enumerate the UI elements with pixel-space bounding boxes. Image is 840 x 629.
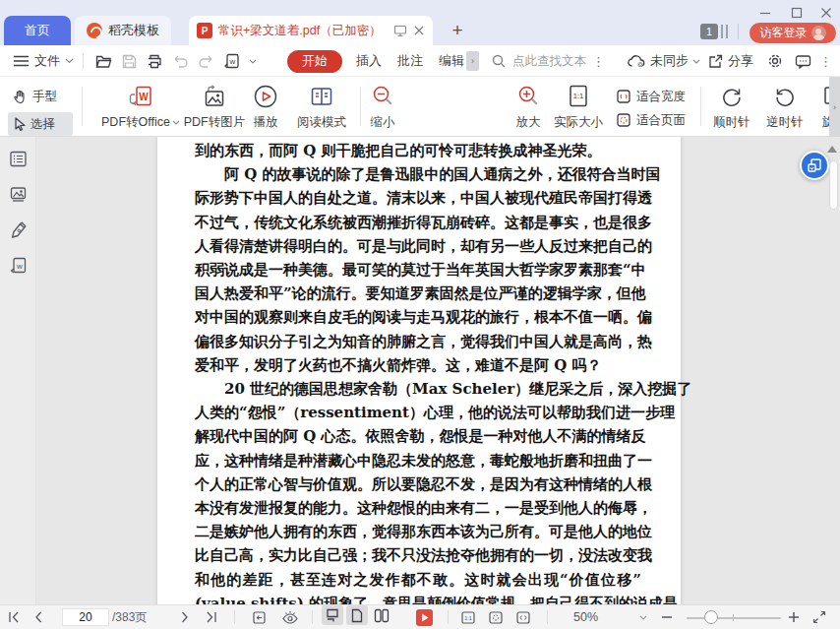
read-mode-button[interactable]: 阅读模式 — [291, 84, 352, 131]
zoom-slider-knob[interactable] — [704, 610, 718, 624]
fit-width-button[interactable]: 适合宽度 — [616, 86, 686, 107]
slideshow-play-button[interactable] — [416, 609, 433, 626]
export-word-panel-icon[interactable]: w — [8, 255, 29, 276]
ribbon-tab-start[interactable]: 开始 — [287, 50, 342, 73]
minimize-button[interactable] — [751, 4, 779, 22]
svg-text:w: w — [229, 57, 236, 66]
guest-login-button[interactable]: 访客登录 — [750, 23, 836, 43]
maximize-button[interactable] — [783, 4, 810, 22]
file-menu[interactable]: 文件 — [34, 45, 60, 77]
actual-size-status-icon[interactable]: 1:1 — [460, 605, 476, 629]
page-number-input[interactable] — [62, 608, 109, 626]
sync-status-label[interactable]: 未同步 — [650, 45, 689, 77]
play-slideshow-button[interactable]: 播放 — [242, 84, 289, 131]
divider — [700, 87, 701, 126]
zoom-out-button[interactable]: 缩小 — [366, 84, 399, 131]
zoom-percentage-label[interactable]: 50% — [573, 605, 598, 629]
tab-docer[interactable]: 稻壳模板 — [75, 16, 171, 45]
view-mode-single-page-icon[interactable] — [346, 605, 368, 625]
share-label[interactable]: 分享 — [728, 45, 753, 77]
fit-width-icon — [616, 89, 631, 104]
divider — [738, 24, 739, 39]
annotation-pen-panel-icon[interactable] — [8, 220, 29, 240]
search-input[interactable]: 点此查找文本 — [512, 45, 586, 77]
ribbon-tab-insert[interactable]: 插入 — [356, 45, 382, 77]
more-options-icon[interactable]: ⋮ — [819, 45, 832, 77]
view-mode-two-page-icon[interactable] — [371, 605, 392, 625]
export-word-icon[interactable]: w — [224, 45, 240, 77]
view-mode-continuous-icon[interactable] — [322, 605, 343, 625]
main-menu-icon[interactable] — [14, 45, 29, 77]
cloud-sync-icon[interactable] — [628, 45, 645, 77]
divider — [234, 610, 235, 624]
redo-icon[interactable] — [199, 45, 213, 77]
document-text-line: 际形势下中国人的自处之道。清末以来，中国人被现代殖民帝国打得透 — [195, 186, 641, 210]
rotate-clockwise-icon — [719, 84, 745, 109]
menu-bar: 文件 w 开始 插入 批注 编辑 › — [0, 45, 840, 77]
fit-width-status-icon[interactable] — [515, 605, 531, 629]
pdf-to-image-icon — [202, 84, 227, 109]
actual-size-button[interactable]: 1:1 实际大小 — [549, 84, 608, 131]
rotate-counterclockwise-button[interactable]: 逆时针 — [759, 84, 810, 131]
zoom-slider-track[interactable] — [687, 617, 781, 619]
comment-bubble-icon[interactable] — [795, 45, 811, 77]
file-menu-caret-icon[interactable] — [65, 45, 74, 77]
play-icon — [421, 613, 429, 622]
window-count-badge[interactable]: 1 — [700, 24, 718, 39]
new-tab-button[interactable]: + — [445, 18, 470, 43]
close-window-button[interactable] — [812, 4, 840, 22]
zoom-in-button[interactable]: 放大 — [511, 84, 545, 131]
fit-page-status-icon[interactable] — [488, 605, 504, 629]
zoom-in-plus-button[interactable] — [788, 605, 800, 629]
settings-gear-icon[interactable] — [767, 45, 783, 77]
export-caret-icon[interactable] — [249, 45, 257, 77]
zoom-out-minus-button[interactable] — [661, 605, 673, 629]
save-icon[interactable] — [122, 45, 137, 77]
undo-icon[interactable] — [173, 45, 188, 77]
document-viewport[interactable]: 到的东西，而阿 Q 则干脆把自己的可怜可悲转换成神圣光荣。阿 Q 的故事说的除了… — [36, 137, 840, 604]
ribbon-tab-annotate[interactable]: 批注 — [397, 45, 423, 77]
svg-text:W: W — [139, 92, 149, 102]
rotate-clockwise-button[interactable]: 顺时针 — [706, 84, 757, 131]
first-page-button[interactable] — [8, 605, 21, 629]
toolbar-expand-button[interactable]: › — [829, 77, 840, 137]
scrollbar-up-arrow[interactable] — [827, 146, 837, 153]
eye-protection-icon[interactable] — [281, 605, 299, 629]
images-panel-icon[interactable] — [8, 184, 29, 205]
thumbnail-panel-icon[interactable] — [8, 149, 29, 169]
scrollbar-thumb[interactable] — [829, 160, 838, 210]
convert-floating-button[interactable] — [800, 151, 829, 180]
play-label: 播放 — [254, 114, 278, 131]
ribbon-tab-edit-expand[interactable]: › — [466, 51, 479, 71]
hand-tool-button[interactable]: 手型 — [8, 85, 73, 108]
toolbar: 手型 选择 W PDF转Office PDF转图片 — [0, 77, 840, 137]
tab-home[interactable]: 首页 — [4, 16, 71, 45]
fit-page-button[interactable]: 适合页面 — [616, 109, 686, 131]
search-icon[interactable] — [492, 45, 506, 77]
page-back-location-icon[interactable] — [252, 605, 267, 629]
close-tab-icon[interactable] — [413, 25, 425, 36]
document-text-line: 阿 Q 的故事说的除了是鲁迅眼中的国人通病之外，还很符合当时国 — [195, 162, 641, 186]
share-icon[interactable] — [708, 45, 723, 77]
next-page-button[interactable] — [181, 605, 190, 629]
document-text-line: 个人的正常心智与价值观。所以要隐忍不发，是因为有这种情绪的人根 — [195, 472, 641, 496]
fullscreen-icon[interactable] — [812, 605, 826, 629]
sync-caret-icon[interactable] — [692, 45, 700, 77]
select-tool-button[interactable]: 选择 — [8, 112, 73, 136]
book-icon — [309, 84, 334, 109]
divider — [360, 87, 361, 126]
ribbon-tab-edit[interactable]: 编辑 — [439, 45, 464, 77]
fit-page-icon — [616, 112, 631, 128]
pdf-page[interactable]: 到的东西，而阿 Q 则干脆把自己的可怜可悲转换成神圣光荣。阿 Q 的故事说的除了… — [157, 137, 681, 604]
search-options-icon[interactable]: ⋮ — [592, 45, 605, 77]
zoom-caret-icon[interactable] — [639, 605, 647, 629]
print-icon[interactable] — [147, 45, 162, 77]
present-mode-icon[interactable] — [393, 24, 407, 37]
open-file-icon[interactable] — [95, 45, 112, 77]
previous-page-button[interactable] — [33, 605, 42, 629]
last-page-button[interactable] — [205, 605, 217, 629]
document-text-line: 二是嫉妒他人拥有的东西，觉得那东西本该为己所有。可是他人的地位 — [195, 520, 641, 543]
avatar — [811, 26, 826, 40]
tab-pdf-document[interactable]: P 常识+梁文道着.pdf（已加密） — [189, 16, 433, 45]
svg-text:1:1: 1:1 — [464, 615, 472, 621]
